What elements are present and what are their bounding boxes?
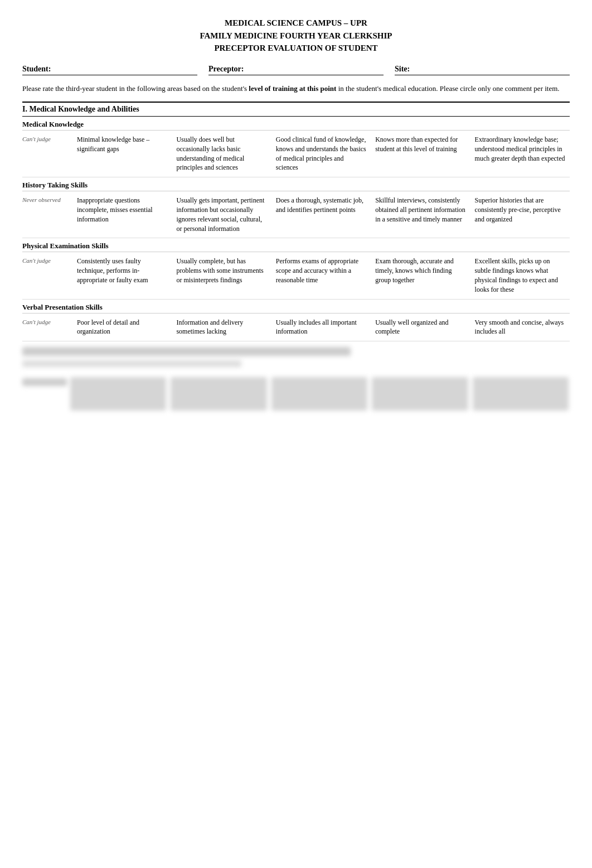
- mk-col0: Can't judge: [22, 134, 72, 144]
- preceptor-field[interactable]: Preceptor:: [208, 65, 384, 75]
- mk-col5: Extraordinary knowledge base; understood…: [470, 134, 570, 164]
- ht-col1: Inappropriate questions incomplete, miss…: [72, 195, 172, 225]
- header-line3: PRECEPTOR EVALUATION OF STUDENT: [22, 42, 570, 55]
- mk-col3: Good clinical fund of knowledge, knows a…: [271, 134, 371, 173]
- intro-before: Please rate the third-year student in th…: [22, 84, 249, 93]
- mk-col4: Knows more than expected for student at …: [371, 134, 470, 155]
- vp-col4: Usually well organized and complete: [371, 317, 470, 338]
- ht-col3: Does a thorough, systematic job, and ide…: [271, 195, 371, 216]
- student-label: Student:: [22, 65, 51, 74]
- subsection-history: History Taking Skills: [22, 177, 570, 191]
- ht-col4: Skillful interviews, consistently obtain…: [371, 195, 470, 225]
- preceptor-label: Preceptor:: [208, 65, 244, 74]
- site-field[interactable]: Site:: [395, 65, 570, 75]
- site-label: Site:: [395, 65, 410, 74]
- site-value: [413, 65, 570, 74]
- rating-row-history: Never observed Inappropriate questions i…: [22, 191, 570, 238]
- intro-bold: level of training at this point: [249, 84, 336, 93]
- subsection-verbal: Verbal Presentation Skills: [22, 300, 570, 314]
- blurred-content: [22, 347, 570, 412]
- pe-col1: Consistently uses faulty technique, perf…: [72, 255, 172, 286]
- pe-col3: Performs exams of appropriate scope and …: [271, 255, 371, 286]
- pe-col2: Usually complete, but has problems with …: [172, 255, 271, 286]
- page-header: MEDICAL SCIENCE CAMPUS – UPR FAMILY MEDI…: [22, 17, 570, 55]
- vp-col2: Information and delivery sometimes lacki…: [172, 317, 271, 338]
- section1-title: I. Medical Knowledge and Abilities: [22, 102, 570, 117]
- vp-col3: Usually includes all important informati…: [271, 317, 371, 338]
- subsection-physical: Physical Examination Skills: [22, 238, 570, 252]
- rating-row-physical: Can't judge Consistently uses faulty tec…: [22, 252, 570, 299]
- header-line1: MEDICAL SCIENCE CAMPUS – UPR: [22, 17, 570, 30]
- ht-col5: Superior histories that are consistently…: [470, 195, 570, 225]
- ht-col2: Usually gets important, pertinent inform…: [172, 195, 271, 234]
- mk-col2: Usually does well but occasionally lacks…: [172, 134, 271, 173]
- subsection-medical-knowledge: Medical Knowledge: [22, 117, 570, 131]
- preceptor-value: [247, 65, 384, 74]
- vp-col0: Can't judge: [22, 317, 72, 327]
- pe-col5: Excellent skills, picks up on subtle fin…: [470, 255, 570, 295]
- header-line2: FAMILY MEDICINE FOURTH YEAR CLERKSHIP: [22, 30, 570, 42]
- vp-col5: Very smooth and concise, always includes…: [470, 317, 570, 338]
- section1: I. Medical Knowledge and Abilities Medic…: [22, 102, 570, 341]
- rating-row-medical-knowledge: Can't judge Minimal knowledge base – sig…: [22, 131, 570, 177]
- student-value: [54, 65, 197, 74]
- student-field[interactable]: Student:: [22, 65, 197, 75]
- pe-col0: Can't judge: [22, 255, 72, 266]
- vp-col1: Poor level of detail and organization: [72, 317, 172, 338]
- pe-col4: Exam thorough, accurate and timely, know…: [371, 255, 470, 286]
- rating-row-verbal: Can't judge Poor level of detail and org…: [22, 314, 570, 342]
- mk-col1: Minimal knowledge base – significant gap…: [72, 134, 172, 155]
- intro-paragraph: Please rate the third-year student in th…: [22, 83, 570, 94]
- form-fields: Student: Preceptor: Site:: [22, 65, 570, 75]
- ht-col0: Never observed: [22, 195, 72, 205]
- intro-after: in the student's medical education. Plea…: [336, 84, 559, 93]
